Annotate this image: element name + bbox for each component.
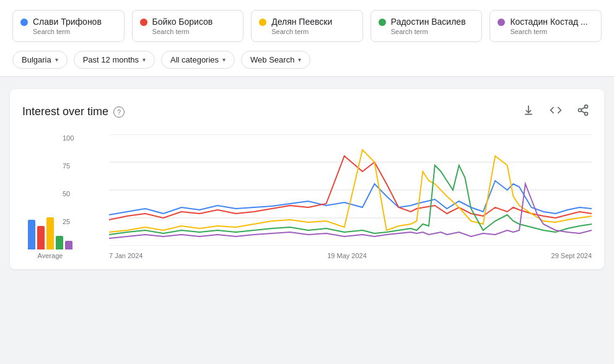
- y-axis-label: 100: [63, 134, 74, 142]
- time-filter[interactable]: Past 12 months▾: [74, 51, 155, 69]
- term-card[interactable]: Делян Пеевски Search term: [251, 10, 363, 42]
- average-label: Average: [38, 252, 63, 259]
- cat-filter[interactable]: All categories▾: [161, 51, 235, 69]
- share-button[interactable]: [574, 102, 592, 122]
- term-dot: [498, 19, 505, 26]
- y-axis-label: 50: [63, 190, 74, 197]
- y-axis-label: 75: [63, 162, 74, 170]
- chart-wrapper: 100755025 7 Jan: [84, 134, 592, 259]
- download-button[interactable]: [520, 102, 537, 122]
- term-name: Радостин Василев: [391, 17, 466, 27]
- term-info: Слави Трифонов Search term: [33, 17, 102, 35]
- term-dot: [259, 19, 266, 26]
- top-section: Слави Трифонов Search term Бойко Борисов…: [0, 0, 614, 77]
- filters-row: Bulgaria▾Past 12 months▾All categories▾W…: [12, 51, 602, 69]
- term-name: Делян Пеевски: [271, 17, 332, 27]
- search-filter[interactable]: Web Search▾: [241, 51, 310, 69]
- chart-section: Interest over time ?: [10, 89, 604, 269]
- term-name: Костадин Костад ...: [510, 17, 587, 27]
- term-type: Search term: [271, 28, 332, 35]
- svg-point-2: [585, 112, 588, 115]
- y-axis-labels: 100755025: [63, 134, 74, 246]
- x-axis-labels: 7 Jan 202419 May 202429 Sept 2024: [109, 248, 592, 259]
- chevron-down-icon: ▾: [143, 56, 146, 63]
- y-axis-label: 25: [63, 218, 74, 225]
- line-chart-svg: [109, 134, 592, 246]
- svg-line-4: [581, 107, 585, 109]
- geo-filter[interactable]: Bulgaria▾: [12, 51, 68, 69]
- embed-button[interactable]: [547, 102, 564, 122]
- term-card[interactable]: Бойко Борисов Search term: [132, 10, 244, 42]
- chevron-down-icon: ▾: [298, 56, 301, 63]
- terms-row: Слави Трифонов Search term Бойко Борисов…: [12, 10, 602, 42]
- term-type: Search term: [391, 28, 466, 35]
- term-name: Слави Трифонов: [33, 17, 102, 27]
- svg-line-3: [581, 111, 585, 113]
- term-type: Search term: [152, 28, 213, 35]
- mini-bar: [28, 220, 35, 249]
- term-type: Search term: [33, 28, 102, 35]
- term-dot: [379, 19, 386, 26]
- term-info: Радостин Василев Search term: [391, 17, 466, 35]
- chart-title-area: Interest over time ?: [22, 105, 125, 118]
- term-info: Делян Пеевски Search term: [271, 17, 332, 35]
- mini-bar: [46, 217, 54, 249]
- filter-label: Bulgaria: [22, 55, 51, 64]
- filter-label: Web Search: [250, 55, 294, 64]
- term-card[interactable]: Радостин Василев Search term: [371, 10, 483, 42]
- term-dot: [140, 19, 147, 26]
- term-card[interactable]: Костадин Костад ... Search term: [489, 10, 602, 42]
- chart-header: Interest over time ?: [22, 102, 592, 122]
- chevron-down-icon: ▾: [222, 56, 226, 63]
- chart-title: Interest over time: [22, 105, 108, 118]
- x-axis-label: 29 Sept 2024: [551, 252, 592, 259]
- chart-actions: [520, 102, 592, 122]
- x-axis-label: 19 May 2024: [327, 252, 367, 259]
- term-info: Бойко Борисов Search term: [152, 17, 213, 35]
- term-card[interactable]: Слави Трифонов Search term: [12, 10, 125, 42]
- term-name: Бойко Борисов: [152, 17, 213, 27]
- filter-label: All categories: [170, 55, 219, 64]
- chart-container: Average 100755025: [22, 134, 592, 259]
- svg-point-1: [579, 109, 582, 112]
- term-dot: [20, 19, 28, 26]
- filter-label: Past 12 months: [83, 55, 139, 64]
- help-icon[interactable]: ?: [113, 106, 125, 118]
- x-axis-label: 7 Jan 2024: [109, 252, 143, 259]
- chevron-down-icon: ▾: [55, 56, 58, 63]
- term-info: Костадин Костад ... Search term: [510, 17, 587, 35]
- term-type: Search term: [510, 28, 587, 35]
- mini-bar: [37, 226, 45, 249]
- svg-point-0: [585, 105, 588, 108]
